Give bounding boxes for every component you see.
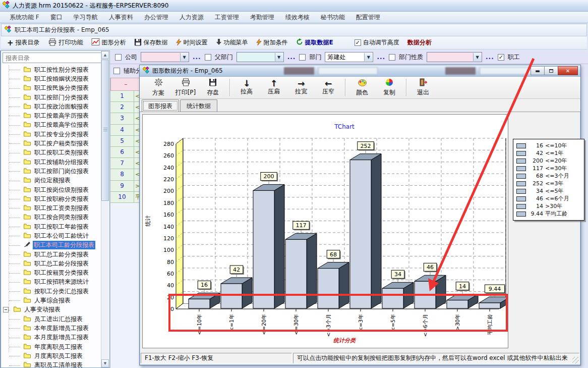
bar[interactable] [415, 281, 436, 308]
extract-data-button[interactable]: 提取数据E [293, 37, 336, 48]
legend-item[interactable]: 16<=10年 [516, 142, 582, 149]
print-button[interactable]: 打印功能 [45, 37, 86, 48]
tree-item[interactable]: 职工按最高学位报表 [1, 121, 102, 130]
menu-item[interactable]: 秘书功能 [315, 12, 350, 23]
tab-statistics-data[interactable]: 统计数据 [180, 99, 217, 112]
close-button[interactable]: ✕ [558, 66, 578, 75]
parent-dept-more-button[interactable]: ... [287, 54, 296, 61]
tree-item[interactable]: 职工按工资类别报表 [1, 203, 102, 213]
save-data-button[interactable]: 保存数据 [131, 37, 171, 48]
company-more-button[interactable]: ... [193, 54, 201, 61]
dialog-toolbar-printer-button[interactable]: 打印[P] [172, 77, 199, 98]
extra-condition-button[interactable]: 附加条件 [253, 37, 291, 48]
menu-item[interactable]: 配置管理 [350, 12, 386, 23]
data-analysis-button[interactable]: 数据分析 [404, 37, 435, 48]
tree-item[interactable]: 职工总工龄分类报表 [1, 250, 102, 259]
sidebar-scrollbar[interactable]: ▲ ▼ [101, 51, 109, 367]
tree-item[interactable]: 按职工分类汇总报表 [1, 287, 102, 296]
legend-item[interactable]: 42<=1年 [516, 149, 582, 157]
legend-item[interactable]: 200<=20年 [516, 157, 582, 165]
dialog-toolbar-palette-button[interactable]: 颜色 [348, 77, 376, 98]
tree-item[interactable]: 职工按户籍类型报表 [1, 139, 102, 148]
dialog-toolbar-arrow-up-button[interactable]: ↑压扁 [260, 77, 287, 98]
tree-item[interactable]: 职工本司工龄分段报表 [1, 241, 102, 250]
dialog-toolbar-arrow-left-button[interactable]: ←压窄 [315, 77, 342, 98]
auto-height-checkbox[interactable]: 自动调节高度 [351, 37, 402, 48]
parent-dept-checkbox[interactable] [205, 54, 211, 61]
company-combobox[interactable]: ▼ [141, 52, 189, 62]
tree-item[interactable]: 职工按招聘来源统计 [1, 278, 102, 287]
tree-item[interactable]: 职工按岗位级别报表 [1, 185, 102, 194]
legend-item[interactable]: 46<=6个月 [516, 195, 582, 202]
dialog-titlebar[interactable]: 图形数据分析 - Emp_065 ▬ ✕ [140, 65, 580, 77]
dialog-toolbar-arrow-down-button[interactable]: ↓拉高 [233, 77, 260, 98]
menu-item[interactable]: 办公管理 [139, 12, 174, 23]
tree-item[interactable]: 月度离职员工报表 [1, 351, 102, 360]
tree-item[interactable]: 职工总工龄分段报表 [1, 259, 102, 268]
tree-item[interactable]: 职工按部门分类报表 [1, 93, 102, 102]
legend-item[interactable]: 9.44平均工龄 [516, 210, 582, 218]
menu-item[interactable]: 人事资料 [103, 12, 139, 23]
minimize-button[interactable]: ▬ [531, 66, 545, 75]
tree-item[interactable]: 职工本公司工龄统计 [1, 231, 102, 240]
time-setting-button[interactable]: 时间设置 [173, 37, 211, 48]
tree-item[interactable]: 离职员工清单报表 [1, 361, 102, 368]
grid-row[interactable]: 7<= [110, 158, 141, 169]
dept-checkbox[interactable] [299, 54, 306, 61]
dialog-toolbar-copy-button[interactable]: 复制 [376, 77, 403, 98]
legend-item[interactable]: 252<=3年 [516, 180, 582, 187]
scrollbar-thumb[interactable] [101, 60, 109, 201]
menu-item[interactable]: 工资管理 [209, 12, 245, 23]
collapse-icon[interactable] [3, 307, 9, 312]
graph-analysis-button[interactable]: 图形分析 [88, 37, 129, 48]
bar[interactable] [382, 288, 403, 308]
dialog-toolbar-arrow-right-button[interactable]: →拉宽 [287, 77, 315, 98]
dialog-toolbar-disk-button[interactable]: 存盘 [199, 77, 226, 98]
menu-item[interactable]: 考勤管理 [245, 12, 280, 23]
dept-nature-more-button[interactable]: ... [486, 54, 494, 61]
dept-nature-checkbox[interactable] [389, 54, 395, 61]
chevron-down-icon[interactable]: ▼ [364, 53, 372, 61]
bar[interactable] [285, 239, 307, 308]
grid-row[interactable]: 9>3 [110, 181, 141, 192]
menu-item[interactable]: 人力资源 [174, 12, 209, 23]
bar[interactable] [253, 190, 274, 308]
restore-button[interactable] [544, 66, 558, 75]
menu-item[interactable]: 系统功能 F [4, 12, 45, 23]
tree-item[interactable]: 年度离职员工报表 [1, 342, 102, 351]
tree-item[interactable]: 职工按婚姻状况报表 [1, 74, 102, 83]
tree-item[interactable]: 职工按性别分类报表 [1, 65, 102, 74]
checkbox-checked-icon[interactable] [355, 39, 361, 46]
tree-item[interactable]: 职工按职工类别报表 [1, 148, 102, 157]
tree-item[interactable]: 岗位定额报表 [1, 176, 102, 185]
tree-item[interactable]: 职工按辅助分组报表 [1, 157, 102, 167]
legend-item[interactable]: 14>30年 [516, 202, 582, 210]
menu-item[interactable]: 学习导航 [68, 12, 103, 23]
legend-item[interactable]: 68<=3个月 [516, 172, 582, 180]
tree-item[interactable]: 职工按部门岗位报表 [1, 167, 102, 176]
bar[interactable] [189, 299, 210, 308]
chevron-down-icon[interactable]: ▼ [275, 53, 283, 61]
tree-item[interactable]: 职工按职称分类报表 [1, 194, 102, 203]
chevron-down-icon[interactable]: ▼ [473, 53, 481, 61]
grid-row[interactable]: 4<= [110, 125, 141, 136]
bar[interactable] [221, 284, 242, 308]
tree-item[interactable]: 职工按专业分类报表 [1, 130, 102, 139]
legend-item[interactable]: 117<=30年 [516, 165, 582, 172]
tree-item[interactable]: 本月度新增员工报表 [1, 333, 102, 342]
tree-item[interactable]: 员工进出汇总报表 [1, 314, 102, 324]
dept-nature-combobox[interactable]: ▼ [427, 52, 482, 62]
grid-row[interactable]: 1<= [110, 91, 141, 102]
tree-item[interactable]: 职工按合同类别报表 [1, 213, 102, 222]
bar[interactable] [318, 269, 339, 308]
grid-row[interactable]: 6<= [110, 147, 141, 158]
dialog-toolbar-exit-button[interactable]: 退出 [409, 77, 437, 98]
grid-row[interactable]: 8<= [110, 169, 141, 180]
menu-item[interactable]: 绩效考核 [280, 12, 315, 23]
tree-item[interactable]: 职工按最高学历报表 [1, 111, 102, 120]
tree-item[interactable]: 职工按政治面貌报表 [1, 102, 102, 111]
function-menu-button[interactable]: 功能菜单 [213, 37, 251, 48]
dialog-toolbar-gear-button[interactable]: 方案 [145, 77, 172, 98]
resize-grip[interactable] [572, 357, 579, 363]
tree-item[interactable]: 职工按籍贯分类报表 [1, 269, 102, 278]
